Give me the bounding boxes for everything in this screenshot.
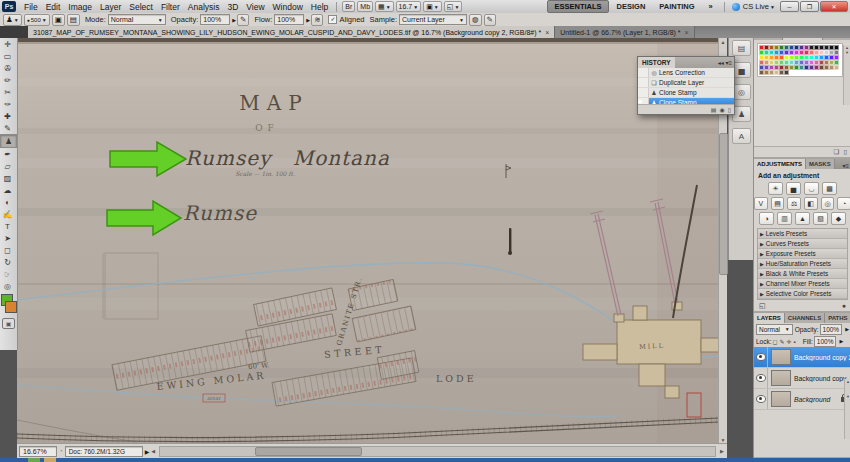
layer-thumbnail[interactable] xyxy=(771,391,791,407)
invert-icon[interactable]: ◑ xyxy=(759,212,774,225)
levels-icon[interactable]: ▅ xyxy=(786,182,801,195)
preset-curves-presets[interactable]: ▶Curves Presets xyxy=(758,239,847,249)
delete-swatch-icon[interactable]: ▯ xyxy=(843,148,847,156)
eye-icon[interactable] xyxy=(756,374,766,382)
flow-slider-arrow[interactable]: ▶ xyxy=(306,17,310,23)
tab-adjustments[interactable]: ADJUSTMENTS xyxy=(754,159,806,169)
history-brush-tool[interactable]: ✒ xyxy=(0,148,15,160)
visibility-cell[interactable] xyxy=(754,389,768,409)
vibrance-icon[interactable]: V xyxy=(754,197,768,210)
quick-mask-button[interactable]: ▣ xyxy=(2,318,15,329)
background-color-swatch[interactable] xyxy=(5,301,17,313)
blend-mode-select[interactable]: Normal▼ xyxy=(756,324,793,335)
clone-stamp-tool[interactable]: ♟ xyxy=(0,134,17,148)
layers-scrollbar[interactable]: ▲▼ xyxy=(844,379,850,439)
lock-icon[interactable]: ◻ xyxy=(773,339,778,345)
menu-edit[interactable]: Edit xyxy=(42,2,65,12)
black-white-icon[interactable]: ◧ xyxy=(804,197,818,210)
opacity-slider-arrow[interactable]: ▶ xyxy=(232,17,236,23)
menu-window[interactable]: Window xyxy=(269,2,307,12)
workspace-essentials[interactable]: ESSENTIALS xyxy=(547,0,608,13)
hand-tool[interactable]: ☞ xyxy=(0,268,15,280)
dodge-tool[interactable]: ◐ xyxy=(0,196,15,208)
return-icon[interactable]: ● xyxy=(842,302,846,309)
scroll-right-arrow[interactable]: ▶ xyxy=(718,447,726,455)
history-panel-tab[interactable]: HISTORY xyxy=(638,57,675,68)
opacity-arrow[interactable]: ▶ xyxy=(845,326,849,332)
tab-masks[interactable]: MASKS xyxy=(806,159,835,169)
screen-mode-button[interactable]: ◱▼ xyxy=(444,1,463,12)
selective-color-icon[interactable]: ◆ xyxy=(831,212,846,225)
path-selection-tool[interactable]: ➤ xyxy=(0,232,15,244)
gradient-tool[interactable]: ▨ xyxy=(0,172,15,184)
sample-select[interactable]: Current Layer▼ xyxy=(399,14,467,25)
tab-layers[interactable]: LAYERS xyxy=(754,313,785,323)
menu-help[interactable]: Help xyxy=(307,2,332,12)
type-tool[interactable]: T xyxy=(0,220,15,232)
delete-state-icon[interactable]: ▯ xyxy=(728,106,731,113)
aligned-checkbox[interactable]: ✓ xyxy=(328,15,337,24)
zoom-percent-field[interactable]: 16.67% xyxy=(19,446,57,457)
preset-hue-saturation-presets[interactable]: ▶Hue/Saturation Presets xyxy=(758,259,847,269)
character-icon[interactable]: A xyxy=(732,128,751,144)
airbrush-button[interactable]: ≋ xyxy=(311,14,323,26)
vertical-scroll-thumb[interactable] xyxy=(719,133,728,275)
workspace-more-button[interactable]: » xyxy=(703,1,719,12)
document-tab[interactable]: Untitled-1 @ 66.7% (Layer 1, RGB/8) *× xyxy=(555,26,694,38)
menu-select[interactable]: Select xyxy=(125,2,157,12)
arrange-documents-button[interactable]: ▣▼ xyxy=(423,1,442,12)
tab-close-icon[interactable]: × xyxy=(545,29,549,36)
crop-tool[interactable]: ✂ xyxy=(0,86,15,98)
exposure-icon[interactable]: ▩ xyxy=(822,182,837,195)
fill-arrow[interactable]: ▶ xyxy=(839,338,843,344)
shape-tool[interactable]: ◻ xyxy=(0,244,15,256)
brightness-contrast-icon[interactable]: ☀ xyxy=(768,182,783,195)
menu-image[interactable]: Image xyxy=(64,2,96,12)
hue-saturation-icon[interactable]: ▤ xyxy=(771,197,785,210)
menu-layer[interactable]: Layer xyxy=(96,2,125,12)
posterize-icon[interactable]: ▥ xyxy=(777,212,792,225)
color-swatch[interactable] xyxy=(834,65,839,70)
tab-close-icon[interactable]: × xyxy=(685,29,689,36)
history-state[interactable]: ◎Lens Correction xyxy=(638,68,734,78)
move-tool[interactable]: ✛ xyxy=(0,38,15,50)
visibility-cell[interactable] xyxy=(754,368,768,388)
swatches-scrollbar[interactable]: ▲▼ xyxy=(843,45,850,105)
color-balance-icon[interactable]: ⚖ xyxy=(787,197,801,210)
lock-icon[interactable]: ✎ xyxy=(780,339,785,345)
history-state[interactable]: ♟Clone Stamp xyxy=(638,88,734,98)
minimize-button[interactable]: ─ xyxy=(780,1,799,12)
document-tab[interactable]: 31087_MAP_OF_RUMSEY_MONTANA_SHOWING_LILY… xyxy=(28,26,555,38)
cs-live-button[interactable]: CS Live xyxy=(743,2,769,11)
layer-fill-field[interactable]: 100% xyxy=(814,336,837,347)
threshold-icon[interactable]: ▲ xyxy=(795,212,810,225)
preset-levels-presets[interactable]: ▶Levels Presets xyxy=(758,229,847,239)
eye-icon[interactable] xyxy=(756,395,766,403)
layer-opacity-field[interactable]: 100% xyxy=(820,324,843,335)
adjustments-panel-menu-icon[interactable]: ▾≡ xyxy=(840,162,850,169)
restore-button[interactable]: ❐ xyxy=(800,1,819,12)
layer-row[interactable]: Background copy xyxy=(754,368,850,389)
tablet-size-button[interactable]: ✎ xyxy=(484,14,496,26)
zoom-tool[interactable]: ◎ xyxy=(0,280,15,292)
color-swatch[interactable] xyxy=(784,70,789,75)
close-button[interactable]: ✕ xyxy=(820,1,848,12)
toggle-clone-source-button[interactable]: ▤ xyxy=(67,14,80,26)
horizontal-scroll-thumb[interactable] xyxy=(255,447,362,456)
layer-thumbnail[interactable] xyxy=(771,349,791,365)
ignore-adjustment-layers-button[interactable]: ◍ xyxy=(469,14,482,26)
horizontal-scrollbar[interactable] xyxy=(159,446,716,457)
layer-name[interactable]: Background copy xyxy=(794,375,850,382)
preset-black-white-presets[interactable]: ▶Black & White Presets xyxy=(758,269,847,279)
pen-tool[interactable]: ✍ xyxy=(0,208,15,220)
mode-select[interactable]: Normal▼ xyxy=(108,14,166,25)
new-swatch-icon[interactable]: ❏ xyxy=(834,148,840,156)
eye-icon[interactable] xyxy=(756,353,766,361)
lasso-tool[interactable]: ✇ xyxy=(0,62,15,74)
new-snapshot-icon[interactable]: ◉ xyxy=(719,106,724,113)
brush-preset-picker[interactable]: ●500▼ xyxy=(24,14,50,26)
preset-channel-mixer-presets[interactable]: ▶Channel Mixer Presets xyxy=(758,279,847,289)
bridge-button[interactable]: Br xyxy=(342,1,355,12)
mini-bridge-icon[interactable]: ▤ xyxy=(732,40,751,56)
layer-name[interactable]: Background xyxy=(794,396,841,403)
